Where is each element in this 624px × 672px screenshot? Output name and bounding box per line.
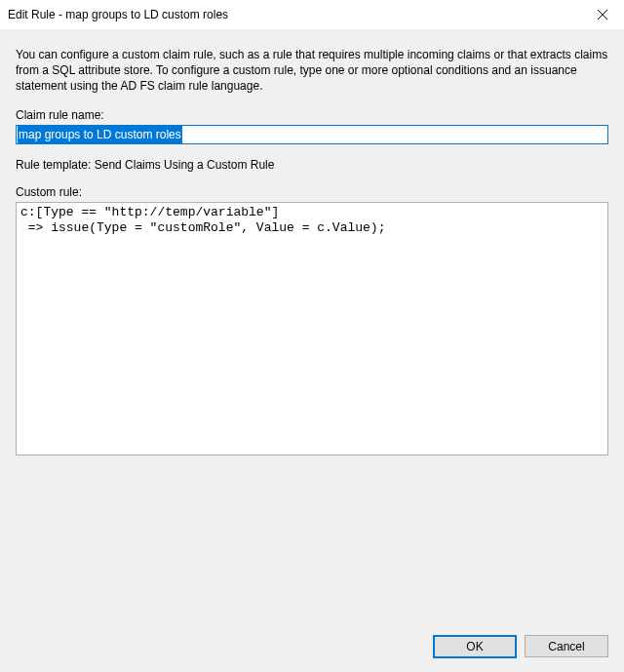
button-row: OK Cancel [433,635,608,658]
cancel-button[interactable]: Cancel [525,635,608,657]
dialog-content: You can configure a custom claim rule, s… [0,29,624,672]
claim-rule-name-input[interactable]: map groups to LD custom roles [16,125,608,144]
claim-rule-name-label: Claim rule name: [16,108,608,122]
rule-template-label: Rule template: [16,158,95,172]
rule-template-value: Send Claims Using a Custom Rule [95,158,275,172]
window-title: Edit Rule - map groups to LD custom role… [8,8,228,21]
ok-button[interactable]: OK [433,635,517,658]
custom-rule-textarea[interactable] [16,202,608,455]
description-text: You can configure a custom claim rule, s… [16,47,608,95]
custom-rule-label: Custom rule: [16,185,608,199]
close-icon [598,10,607,20]
rule-template-line: Rule template: Send Claims Using a Custo… [16,158,608,172]
close-button[interactable] [580,0,624,29]
claim-rule-name-value: map groups to LD custom roles [18,126,182,143]
titlebar: Edit Rule - map groups to LD custom role… [0,0,624,29]
